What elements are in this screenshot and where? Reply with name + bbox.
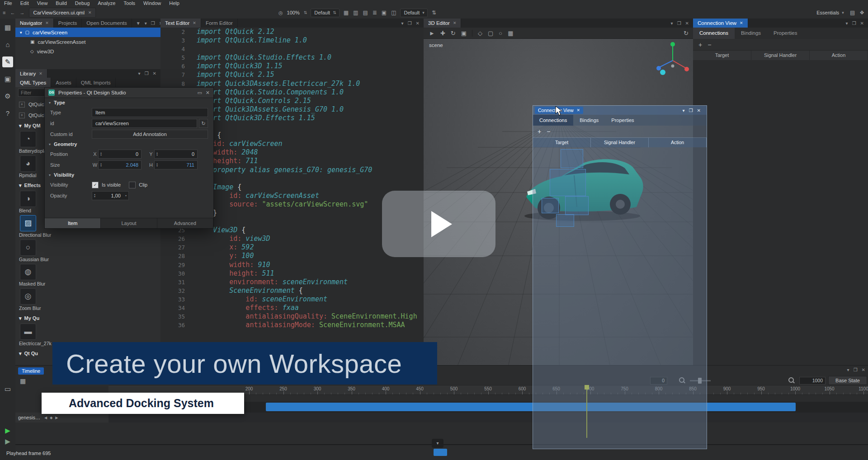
close-icon[interactable]: ✕	[697, 108, 701, 113]
code-line[interactable]: 5import QtQuick.Studio.Effects 1.0	[160, 53, 424, 62]
tab-3d-editor[interactable]: 3D Editor ✕	[424, 19, 461, 28]
minimize-icon[interactable]: ▭	[197, 90, 202, 96]
library-item[interactable]: ◎Zoom Blur	[20, 288, 160, 311]
code-line[interactable]: 34 effects: fxaa	[160, 304, 424, 312]
component-thumbnail[interactable]: ◔	[20, 131, 36, 147]
frame-icon[interactable]: ▣	[382, 9, 387, 16]
menu-help[interactable]: Help	[165, 0, 184, 7]
code-line[interactable]: 29 width: 910	[160, 261, 424, 269]
tab-bindings[interactable]: Bindings	[735, 28, 767, 39]
feedback-icon[interactable]: ❖	[859, 9, 864, 16]
tree-row-carviewscreenasset[interactable]: ▣ carViewScreenAsset	[15, 37, 160, 47]
prev-keyframe-icon[interactable]: ◀	[44, 416, 47, 420]
tab-connection-view[interactable]: Connection View ✕	[693, 19, 748, 28]
grid-icon[interactable]: ▦	[508, 30, 513, 37]
add-connection-button[interactable]: +	[698, 41, 702, 48]
design-mode-icon[interactable]: ▣	[2, 74, 13, 84]
x-spinbox[interactable]: ▴▾0	[98, 150, 142, 159]
welcome-icon[interactable]: ⌂	[2, 39, 13, 50]
timeline-end-frame-field[interactable]: 1000	[799, 377, 826, 385]
opacity-spinbox[interactable]: ▴▾1,00▾	[92, 191, 129, 200]
stepper-icon[interactable]: ⇅	[432, 9, 436, 16]
zoom-stepper-icon[interactable]: ⇅	[304, 10, 307, 15]
close-icon[interactable]: ✕	[88, 10, 92, 15]
tab-projects[interactable]: Projects	[54, 19, 82, 28]
chevron-down-icon[interactable]: ▾	[422, 10, 424, 15]
tab-properties[interactable]: Properties	[767, 28, 803, 39]
stepper-icon[interactable]: ⇅	[333, 10, 336, 15]
connection-table-body[interactable]	[693, 60, 868, 365]
workspace-selector[interactable]: Essentials ▾	[816, 10, 844, 15]
merge-cells-icon[interactable]: ◫	[391, 9, 396, 16]
zoom-level[interactable]: 100%	[287, 10, 300, 15]
tools-icon[interactable]: ⚙	[2, 91, 13, 102]
hamburger-menu-icon[interactable]: ≡	[3, 10, 5, 15]
snap-grid-icon[interactable]: ▦	[344, 9, 349, 16]
move-tool-icon[interactable]: ✚	[440, 30, 445, 37]
caret-down-icon[interactable]: ▾	[49, 142, 51, 146]
code-line[interactable]: 33 id: sceneEnvironment	[160, 295, 424, 304]
add-connection-button[interactable]: +	[538, 128, 541, 135]
props-tab-advanced[interactable]: Advanced	[157, 218, 213, 228]
library-section-header[interactable]: ▾My Qu	[19, 314, 160, 322]
annotation-icon[interactable]: ▤	[850, 9, 855, 16]
zoom-target-icon[interactable]: ◎	[278, 10, 283, 16]
floating-connection-view[interactable]: Connection View ✕ ▾ ❐ ✕ Connections Bind…	[533, 105, 707, 449]
component-thumbnail[interactable]: ▨	[20, 215, 36, 231]
type-field[interactable]: Item	[92, 108, 208, 117]
menu-edit[interactable]: Edit	[16, 0, 33, 7]
remove-connection-button[interactable]: −	[708, 41, 711, 48]
run-icon[interactable]: ▶	[2, 425, 13, 436]
keyframe-icon[interactable]: ◆	[50, 416, 52, 420]
dialog-titlebar[interactable]: DS Properties - Qt Design Studio ▭ ✕	[45, 88, 213, 98]
menu-window[interactable]: Window	[139, 0, 165, 7]
add-annotation-button[interactable]: Add Annotation	[92, 130, 208, 139]
column-target[interactable]: Target	[693, 51, 751, 60]
props-tab-layout[interactable]: Layout	[101, 218, 157, 228]
menu-file[interactable]: File	[0, 0, 16, 7]
timeline-scroll-grip[interactable]	[434, 449, 447, 456]
track-label-row[interactable]: genesis_G70 ◀ ◆ ▶	[15, 413, 108, 422]
close-icon[interactable]: ✕	[39, 71, 42, 76]
menu-analyze[interactable]: Analyze	[94, 0, 119, 7]
tab-properties[interactable]: Properties	[605, 115, 640, 126]
video-play-button[interactable]	[382, 191, 495, 257]
tab-library[interactable]: Library ✕	[15, 69, 47, 78]
edit-mode-icon[interactable]: ✎	[2, 56, 13, 67]
timeline-grid-icon[interactable]: ▦	[20, 377, 26, 385]
tab-connections[interactable]: Connections	[533, 115, 573, 126]
close-icon[interactable]: ✕	[862, 367, 865, 372]
component-thumbnail[interactable]: ○	[20, 239, 36, 256]
reset-icon[interactable]: ↻	[199, 119, 208, 128]
list-icon[interactable]: ≣	[373, 9, 377, 16]
undock-icon[interactable]: ❐	[151, 21, 155, 26]
code-line[interactable]: 35 antialiasingQuality: SceneEnvironment…	[160, 312, 424, 321]
chevron-down-icon[interactable]: ▾	[846, 21, 848, 26]
screen-icon[interactable]: ▭	[2, 384, 13, 394]
theme-selector[interactable]: Default ▾	[400, 9, 427, 17]
component-thumbnail[interactable]: ◎	[20, 288, 36, 305]
light-icon[interactable]: ○	[499, 30, 502, 37]
tab-bindings[interactable]: Bindings	[573, 115, 605, 126]
timeline-duration-bar[interactable]	[266, 403, 796, 411]
help-icon[interactable]: ?	[2, 108, 13, 119]
undock-icon[interactable]: ❐	[689, 108, 693, 113]
chevron-down-icon[interactable]: ▾	[138, 71, 141, 76]
chevron-down-icon[interactable]: ▾	[401, 21, 404, 26]
style-selector[interactable]: Default ⇅	[311, 9, 339, 17]
undock-icon[interactable]: ❐	[852, 21, 856, 26]
chevron-down-icon[interactable]: ▾	[145, 21, 147, 26]
plus-icon[interactable]: +	[19, 102, 25, 108]
timeline-collapse-handle[interactable]: ▾	[432, 439, 443, 448]
id-field[interactable]: carViewScreen	[92, 119, 197, 128]
column-signal-handler[interactable]: Signal Handler	[751, 51, 810, 60]
code-line[interactable]: 2import QtQuick 2.12	[160, 28, 424, 36]
tab-assets[interactable]: Assets	[51, 78, 76, 87]
code-line[interactable]: 32 SceneEnvironment {	[160, 286, 424, 295]
remove-connection-button[interactable]: −	[547, 128, 550, 135]
close-icon[interactable]: ✕	[153, 71, 156, 76]
menu-view[interactable]: View	[33, 0, 52, 7]
width-spinbox[interactable]: ▴▾2.048	[98, 160, 142, 169]
caret-down-icon[interactable]: ▾	[49, 101, 51, 105]
code-line[interactable]: 6import QtQuick3D 1.15	[160, 62, 424, 70]
